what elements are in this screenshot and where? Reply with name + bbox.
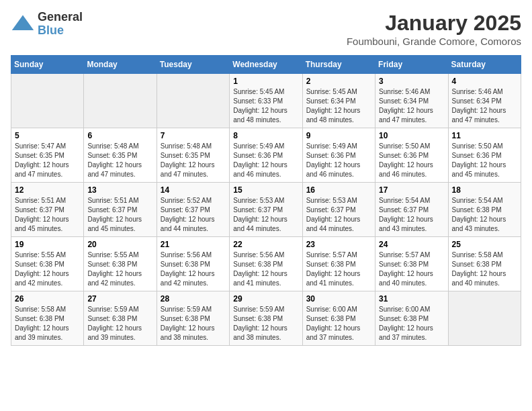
day-info: Sunrise: 5:50 AM Sunset: 6:36 PM Dayligh… xyxy=(452,142,517,179)
calendar-cell: 10Sunrise: 5:50 AM Sunset: 6:36 PM Dayli… xyxy=(375,128,448,183)
day-info: Sunrise: 5:48 AM Sunset: 6:35 PM Dayligh… xyxy=(161,142,226,179)
weekday-header: Friday xyxy=(375,56,448,74)
logo: General Blue xyxy=(11,11,83,38)
day-number: 10 xyxy=(379,131,444,140)
day-info: Sunrise: 5:51 AM Sunset: 6:37 PM Dayligh… xyxy=(15,196,80,234)
day-info: Sunrise: 5:45 AM Sunset: 6:34 PM Dayligh… xyxy=(306,87,371,125)
calendar-cell: 21Sunrise: 5:56 AM Sunset: 6:38 PM Dayli… xyxy=(157,237,229,291)
calendar-cell: 7Sunrise: 5:48 AM Sunset: 6:35 PM Daylig… xyxy=(157,128,229,183)
calendar-cell: 29Sunrise: 5:59 AM Sunset: 6:38 PM Dayli… xyxy=(230,291,302,346)
location-title: Foumbouni, Grande Comore, Comoros xyxy=(347,36,521,47)
day-number: 18 xyxy=(452,185,517,195)
weekday-header: Saturday xyxy=(448,56,521,74)
day-info: Sunrise: 5:46 AM Sunset: 6:34 PM Dayligh… xyxy=(379,87,444,125)
calendar-cell: 16Sunrise: 5:53 AM Sunset: 6:37 PM Dayli… xyxy=(302,183,375,237)
day-number: 20 xyxy=(87,240,152,249)
day-info: Sunrise: 5:55 AM Sunset: 6:38 PM Dayligh… xyxy=(15,250,80,288)
day-info: Sunrise: 5:59 AM Sunset: 6:38 PM Dayligh… xyxy=(161,305,226,342)
calendar-week-row: 12Sunrise: 5:51 AM Sunset: 6:37 PM Dayli… xyxy=(11,183,521,237)
calendar-cell: 23Sunrise: 5:57 AM Sunset: 6:38 PM Dayli… xyxy=(302,237,375,291)
day-info: Sunrise: 5:58 AM Sunset: 6:38 PM Dayligh… xyxy=(452,250,517,288)
day-number: 17 xyxy=(379,185,444,195)
day-number: 13 xyxy=(87,185,152,195)
day-info: Sunrise: 5:56 AM Sunset: 6:38 PM Dayligh… xyxy=(233,250,298,288)
day-info: Sunrise: 5:55 AM Sunset: 6:38 PM Dayligh… xyxy=(87,250,152,288)
day-number: 25 xyxy=(452,240,517,249)
calendar-cell: 31Sunrise: 6:00 AM Sunset: 6:38 PM Dayli… xyxy=(375,291,448,346)
day-number: 3 xyxy=(379,77,444,86)
calendar-cell: 9Sunrise: 5:49 AM Sunset: 6:36 PM Daylig… xyxy=(302,128,375,183)
calendar-cell: 27Sunrise: 5:59 AM Sunset: 6:38 PM Dayli… xyxy=(84,291,157,346)
day-number: 12 xyxy=(15,185,80,195)
day-info: Sunrise: 5:54 AM Sunset: 6:38 PM Dayligh… xyxy=(452,196,517,234)
day-number: 28 xyxy=(161,294,226,304)
day-number: 27 xyxy=(87,294,152,304)
calendar-cell: 2Sunrise: 5:45 AM Sunset: 6:34 PM Daylig… xyxy=(302,74,375,128)
day-info: Sunrise: 5:58 AM Sunset: 6:38 PM Dayligh… xyxy=(15,305,80,342)
day-number: 31 xyxy=(379,294,444,304)
day-number: 26 xyxy=(15,294,80,304)
day-number: 23 xyxy=(306,240,371,249)
day-info: Sunrise: 5:53 AM Sunset: 6:37 PM Dayligh… xyxy=(233,196,298,234)
day-number: 16 xyxy=(306,185,371,195)
day-number: 15 xyxy=(233,185,298,195)
day-info: Sunrise: 5:51 AM Sunset: 6:37 PM Dayligh… xyxy=(87,196,152,234)
calendar-cell: 24Sunrise: 5:57 AM Sunset: 6:38 PM Dayli… xyxy=(375,237,448,291)
day-info: Sunrise: 5:57 AM Sunset: 6:38 PM Dayligh… xyxy=(379,250,444,288)
day-number: 6 xyxy=(87,131,152,140)
day-number: 5 xyxy=(15,131,80,140)
weekday-header: Monday xyxy=(84,56,157,74)
day-number: 19 xyxy=(15,240,80,249)
month-title: January 2025 xyxy=(347,11,521,36)
day-info: Sunrise: 5:52 AM Sunset: 6:37 PM Dayligh… xyxy=(161,196,226,234)
day-info: Sunrise: 6:00 AM Sunset: 6:38 PM Dayligh… xyxy=(306,305,371,342)
calendar-cell: 3Sunrise: 5:46 AM Sunset: 6:34 PM Daylig… xyxy=(375,74,448,128)
day-info: Sunrise: 5:59 AM Sunset: 6:38 PM Dayligh… xyxy=(233,305,298,342)
page-header: General Blue January 2025 Foumbouni, Gra… xyxy=(11,11,521,47)
day-info: Sunrise: 5:54 AM Sunset: 6:37 PM Dayligh… xyxy=(379,196,444,234)
calendar-cell: 1Sunrise: 5:45 AM Sunset: 6:33 PM Daylig… xyxy=(230,74,302,128)
day-number: 11 xyxy=(452,131,517,140)
calendar-cell: 17Sunrise: 5:54 AM Sunset: 6:37 PM Dayli… xyxy=(375,183,448,237)
day-info: Sunrise: 5:49 AM Sunset: 6:36 PM Dayligh… xyxy=(233,142,298,179)
calendar-cell: 8Sunrise: 5:49 AM Sunset: 6:36 PM Daylig… xyxy=(230,128,302,183)
day-number: 1 xyxy=(233,77,298,86)
day-number: 7 xyxy=(161,131,226,140)
day-number: 14 xyxy=(161,185,226,195)
calendar-week-row: 5Sunrise: 5:47 AM Sunset: 6:35 PM Daylig… xyxy=(11,128,521,183)
calendar-cell: 6Sunrise: 5:48 AM Sunset: 6:35 PM Daylig… xyxy=(84,128,157,183)
day-number: 9 xyxy=(306,131,371,140)
calendar-cell: 13Sunrise: 5:51 AM Sunset: 6:37 PM Dayli… xyxy=(84,183,157,237)
day-number: 2 xyxy=(306,77,371,86)
day-number: 4 xyxy=(452,77,517,86)
day-number: 8 xyxy=(233,131,298,140)
calendar-cell: 19Sunrise: 5:55 AM Sunset: 6:38 PM Dayli… xyxy=(11,237,84,291)
weekday-header: Wednesday xyxy=(230,56,302,74)
calendar-cell: 25Sunrise: 5:58 AM Sunset: 6:38 PM Dayli… xyxy=(448,237,521,291)
day-info: Sunrise: 5:47 AM Sunset: 6:35 PM Dayligh… xyxy=(15,142,80,179)
calendar-cell: 14Sunrise: 5:52 AM Sunset: 6:37 PM Dayli… xyxy=(157,183,229,237)
calendar-cell: 15Sunrise: 5:53 AM Sunset: 6:37 PM Dayli… xyxy=(230,183,302,237)
logo-general: General xyxy=(38,11,83,24)
calendar-cell: 18Sunrise: 5:54 AM Sunset: 6:38 PM Dayli… xyxy=(448,183,521,237)
calendar-cell: 4Sunrise: 5:46 AM Sunset: 6:34 PM Daylig… xyxy=(448,74,521,128)
day-info: Sunrise: 5:48 AM Sunset: 6:35 PM Dayligh… xyxy=(87,142,152,179)
weekday-header-row: SundayMondayTuesdayWednesdayThursdayFrid… xyxy=(11,56,521,74)
calendar-cell: 22Sunrise: 5:56 AM Sunset: 6:38 PM Dayli… xyxy=(230,237,302,291)
calendar-cell: 5Sunrise: 5:47 AM Sunset: 6:35 PM Daylig… xyxy=(11,128,84,183)
calendar-cell xyxy=(84,74,157,128)
day-info: Sunrise: 5:56 AM Sunset: 6:38 PM Dayligh… xyxy=(161,250,226,288)
day-info: Sunrise: 5:46 AM Sunset: 6:34 PM Dayligh… xyxy=(452,87,517,125)
day-info: Sunrise: 5:57 AM Sunset: 6:38 PM Dayligh… xyxy=(306,250,371,288)
day-info: Sunrise: 5:59 AM Sunset: 6:38 PM Dayligh… xyxy=(87,305,152,342)
weekday-header: Tuesday xyxy=(157,56,229,74)
calendar-cell xyxy=(11,74,84,128)
title-block: January 2025 Foumbouni, Grande Comore, C… xyxy=(347,11,521,47)
weekday-header: Thursday xyxy=(302,56,375,74)
calendar-week-row: 19Sunrise: 5:55 AM Sunset: 6:38 PM Dayli… xyxy=(11,237,521,291)
calendar-week-row: 1Sunrise: 5:45 AM Sunset: 6:33 PM Daylig… xyxy=(11,74,521,128)
day-info: Sunrise: 5:45 AM Sunset: 6:33 PM Dayligh… xyxy=(233,87,298,125)
calendar-cell: 26Sunrise: 5:58 AM Sunset: 6:38 PM Dayli… xyxy=(11,291,84,346)
day-info: Sunrise: 6:00 AM Sunset: 6:38 PM Dayligh… xyxy=(379,305,444,342)
calendar-cell: 20Sunrise: 5:55 AM Sunset: 6:38 PM Dayli… xyxy=(84,237,157,291)
